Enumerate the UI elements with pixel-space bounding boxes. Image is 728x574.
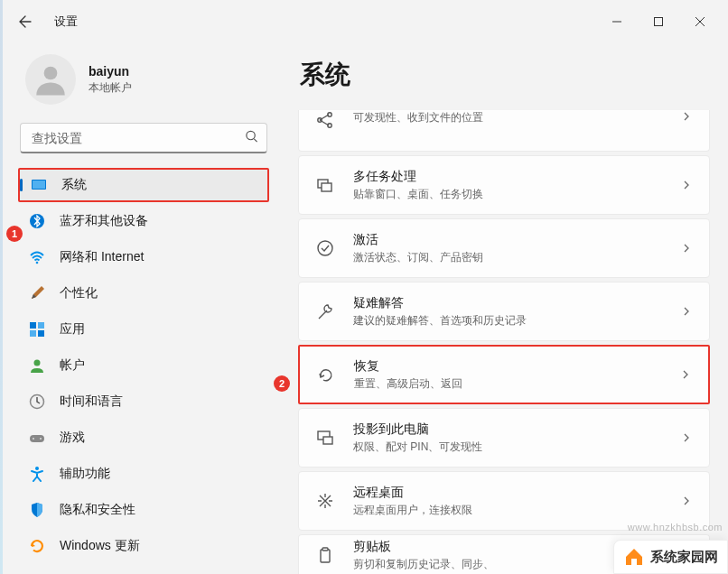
sidebar-item-label: 蓝牙和其他设备 [60,213,148,229]
avatar [25,54,76,105]
page-title: 系统 [300,58,710,92]
svg-point-11 [34,360,41,366]
remote-icon [315,491,335,511]
person-icon [29,357,45,374]
sidebar-item-network[interactable]: 网络和 Internet [18,240,269,274]
card-recovery[interactable]: 恢复 重置、高级启动、返回 [298,345,710,404]
sidebar-item-time-language[interactable]: 时间和语言 [18,384,269,419]
chevron-right-icon [680,110,693,123]
nav-list: 系统 蓝牙和其他设备 网络和 Internet 个性化 应用 帐户 [18,168,269,563]
card-desc: 建议的疑难解答、首选项和历史记录 [353,313,662,329]
sidebar-item-privacy[interactable]: 隐私和安全性 [18,493,269,527]
update-icon [29,538,45,554]
search-button[interactable] [245,130,258,147]
window-title: 设置 [54,14,78,30]
svg-point-22 [318,241,332,255]
sidebar-item-bluetooth[interactable]: 蓝牙和其他设备 [18,204,269,238]
svg-point-18 [328,113,331,116]
card-troubleshoot[interactable]: 疑难解答 建议的疑难解答、首选项和历史记录 [298,282,710,341]
project-icon [315,428,335,448]
sidebar-item-label: 辅助功能 [60,466,110,482]
sidebar-item-system[interactable]: 系统 [18,168,269,202]
window-controls [596,7,721,36]
search-input[interactable] [20,123,267,153]
gamepad-icon [29,430,45,446]
svg-point-6 [36,262,39,264]
close-icon [695,17,705,26]
svg-rect-4 [33,181,45,189]
card-projecting[interactable]: 投影到此电脑 权限、配对 PIN、可发现性 [298,408,710,468]
arrow-left-icon [18,14,33,29]
card-title: 疑难解答 [353,295,662,311]
card-desc: 重置、高级启动、返回 [354,376,661,392]
card-title: 激活 [353,232,662,248]
chevron-right-icon [680,242,693,255]
minimize-icon [612,17,621,26]
card-desc: 远程桌面用户，连接权限 [353,503,662,518]
card-activation[interactable]: 激活 激活状态、订阅、产品密钥 [298,218,710,278]
sidebar-item-label: 网络和 Internet [60,249,144,265]
card-multitasking[interactable]: 多任务处理 贴靠窗口、桌面、任务切换 [298,155,710,215]
svg-rect-25 [321,550,330,562]
svg-point-19 [328,124,331,127]
annotation-badge-1: 1 [6,226,23,242]
multitask-icon [315,175,335,195]
card-title: 远程桌面 [353,485,662,501]
svg-rect-7 [30,322,36,329]
card-desc: 激活状态、订阅、产品密钥 [353,250,662,265]
svg-point-16 [35,467,39,470]
svg-rect-26 [322,548,328,551]
svg-rect-0 [655,18,663,26]
card-desc: 权限、配对 PIN、可发现性 [353,440,662,455]
brush-icon [29,285,45,301]
sidebar-item-apps[interactable]: 应用 [18,312,269,347]
annotation-badge-2: 2 [274,375,290,392]
sidebar-item-gaming[interactable]: 游戏 [18,421,269,455]
svg-rect-10 [38,330,44,337]
maximize-button[interactable] [638,7,679,36]
chevron-right-icon [680,431,693,444]
svg-point-2 [247,131,255,139]
clipboard-icon [315,546,335,566]
close-button[interactable] [679,7,721,36]
watermark: www.hnzkhbsb.com [628,522,723,532]
svg-rect-24 [323,437,332,444]
shield-icon [29,502,45,518]
card-desc: 贴靠窗口、桌面、任务切换 [353,187,662,202]
card-title: 投影到此电脑 [353,421,662,438]
sidebar-item-accessibility[interactable]: 辅助功能 [18,457,269,491]
sidebar-item-label: 游戏 [60,430,85,446]
chevron-right-icon [680,179,693,191]
wifi-icon [29,249,45,265]
check-circle-icon [315,238,335,258]
minimize-button[interactable] [596,7,638,36]
back-button[interactable] [7,4,43,40]
chevron-right-icon [680,305,693,318]
sidebar-item-label: 帐户 [60,357,85,374]
sidebar-item-label: 时间和语言 [60,393,123,410]
user-name: baiyun [89,64,132,79]
main-content: 系统 可发现性、收到文件的位置 多任务处理 贴靠窗口、桌面、任务切换 [280,43,728,574]
user-type: 本地帐户 [89,80,132,96]
sidebar-item-personalization[interactable]: 个性化 [18,276,269,310]
apps-icon [29,321,45,338]
maximize-icon [654,17,663,26]
brand-badge: 系统家园网 [613,540,728,574]
svg-rect-9 [30,330,36,337]
card-nearby-sharing[interactable]: 可发现性、收到文件的位置 [298,110,710,152]
search-icon [245,130,258,144]
sidebar-item-windows-update[interactable]: Windows 更新 [18,529,269,563]
svg-rect-13 [30,435,44,442]
house-icon [623,546,645,568]
wrench-icon [315,301,335,321]
bluetooth-icon [29,213,45,229]
accessibility-icon [29,466,45,482]
svg-rect-27 [631,559,637,565]
svg-point-15 [40,438,42,440]
user-block[interactable]: baiyun 本地帐户 [18,43,269,123]
sidebar-item-accounts[interactable]: 帐户 [18,348,269,383]
svg-point-1 [44,67,58,80]
titlebar: 设置 [0,0,728,43]
svg-rect-8 [38,322,44,329]
system-icon [31,177,47,193]
